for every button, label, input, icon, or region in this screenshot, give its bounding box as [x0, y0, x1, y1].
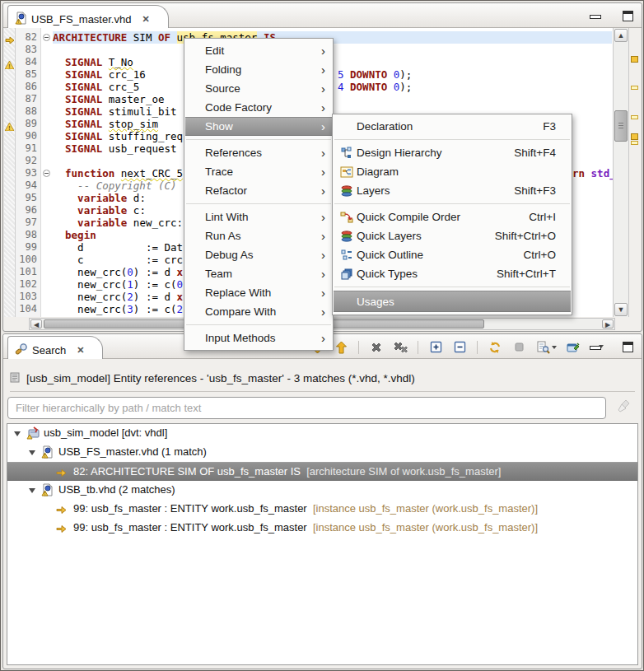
scroll-right-icon[interactable]: ▶ [602, 319, 614, 329]
overview-annotation-mark[interactable] [631, 56, 638, 63]
menu-item-debug-as[interactable]: Debug As› [185, 245, 332, 264]
vertical-scrollbar-thumb[interactable] [614, 110, 628, 142]
menu-item-show[interactable]: Show› [185, 117, 332, 136]
line-number: 84 [26, 56, 37, 68]
search-result-tree[interactable]: usb_sim_model [dvt: vhdl]!USB_FS_master.… [7, 423, 638, 665]
code-line: new_crc(1) := c(0 [53, 278, 183, 291]
remove-all-matches-icon[interactable] [391, 338, 409, 356]
folding-ruler[interactable] [41, 28, 53, 317]
menu-item-code-factory[interactable]: Code Factory› [185, 98, 332, 117]
menu-item-edit[interactable]: Edit› [185, 41, 332, 60]
menu-item-shortcut: Shift+F4 [514, 147, 564, 159]
search-tab[interactable]: Search ✕ [7, 336, 103, 359]
menu-item-quick-layers[interactable]: Quick LayersShift+Ctrl+O [334, 226, 571, 245]
menu-item-label: Input Methods [203, 332, 321, 344]
expander-icon[interactable] [29, 450, 35, 455]
menu-item-replace-with[interactable]: Replace With› [185, 283, 332, 302]
expander-icon[interactable] [14, 431, 21, 436]
fold-marker[interactable] [43, 34, 50, 41]
svg-text:!: ! [8, 63, 10, 69]
menu-item-compare-with[interactable]: Compare With› [185, 302, 332, 321]
close-search-tab-icon[interactable]: ✕ [77, 345, 84, 356]
run-search-again-icon[interactable] [486, 338, 504, 356]
maximize-view-button[interactable] [623, 11, 633, 21]
previous-match-icon[interactable] [332, 338, 350, 356]
menu-item-references[interactable]: References› [185, 143, 332, 162]
tree-node-row[interactable]: !USB_tb.vhd (2 matches) [7, 481, 637, 500]
menu-item-diagram[interactable]: Diagram [334, 162, 571, 181]
menu-item-quick-outline[interactable]: Quick OutlineCtrl+O [334, 245, 571, 264]
menu-item-label: References [203, 147, 321, 159]
scroll-down-icon[interactable]: ▼ [614, 303, 628, 316]
overview-annotation-mark[interactable] [631, 115, 638, 119]
maximize-search-view-button[interactable] [623, 342, 633, 352]
menu-item-lint-with[interactable]: Lint With› [185, 207, 332, 226]
scroll-left-icon[interactable]: ◀ [30, 319, 42, 329]
menu-item-declaration[interactable]: DeclarationF3 [334, 117, 571, 136]
context-menu: Edit›Folding›Source›Code Factory›Show›Re… [184, 38, 334, 351]
menu-item-source[interactable]: Source› [185, 79, 332, 98]
line-number: 86 [26, 81, 37, 93]
menu-item-team[interactable]: Team› [185, 264, 332, 283]
collapse-all-icon[interactable] [450, 338, 469, 356]
vertical-scrollbar[interactable]: ▲ ▼ [613, 28, 629, 317]
svg-text:!: ! [44, 491, 46, 496]
search-match-row[interactable]: 99: usb_fs_master : ENTITY work.usb_fs_m… [7, 519, 637, 538]
overview-ruler[interactable] [629, 28, 641, 317]
filter-input[interactable] [7, 397, 606, 419]
cancel-search-icon[interactable] [510, 338, 528, 356]
minimize-search-view-button[interactable] [590, 346, 601, 350]
menu-item-label: Quick Types [355, 268, 497, 280]
pin-search-view-icon[interactable] [564, 338, 582, 356]
minimize-view-button[interactable] [590, 15, 601, 19]
menu-item-label: Layers [355, 184, 514, 197]
dropdown-chevron-icon[interactable] [552, 346, 557, 349]
scroll-up-icon[interactable]: ▲ [614, 29, 628, 42]
menu-item-label: Usages [355, 296, 564, 308]
submenu-arrow-icon: › [321, 184, 325, 197]
menu-item-quick-types[interactable]: Quick TypesShift+Ctrl+T [334, 264, 571, 283]
warning-icon[interactable]: ! [5, 119, 14, 134]
warning-icon[interactable]: ! [5, 58, 14, 72]
menu-item-usages[interactable]: Usages [334, 291, 571, 312]
menu-item-refactor[interactable]: Refactor› [185, 181, 332, 200]
compile-order-icon [338, 211, 355, 224]
overview-annotation-mark[interactable] [631, 133, 638, 140]
menu-item-label: Trace [203, 165, 321, 178]
diagram-icon [338, 165, 355, 179]
menu-item-folding[interactable]: Folding› [185, 60, 332, 79]
previous-searches-icon[interactable] [534, 338, 558, 356]
line-number: 99 [26, 241, 37, 254]
clear-filter-icon[interactable] [618, 399, 631, 416]
menu-item-label: Design Hierarchy [355, 147, 514, 159]
annotation-ruler[interactable]: !! [4, 28, 16, 317]
menu-item-run-as[interactable]: Run As› [185, 226, 332, 245]
menu-item-trace[interactable]: Trace› [185, 162, 332, 181]
menu-item-label: Edit [203, 44, 321, 57]
tree-node-row[interactable]: usb_sim_model [dvt: vhdl] [7, 424, 637, 443]
menu-item-design-hierarchy[interactable]: Design HierarchyShift+F4 [334, 143, 571, 162]
close-tab-icon[interactable]: ✕ [142, 14, 149, 25]
overview-annotation-mark[interactable] [631, 141, 638, 145]
search-match-row[interactable]: 82: ARCHITECTURE SIM OF usb_fs_master IS… [7, 462, 637, 481]
remove-selected-matches-icon[interactable] [367, 338, 385, 356]
line-number: 88 [26, 105, 37, 118]
expander-icon[interactable] [29, 488, 35, 493]
line-number: 102 [19, 278, 37, 291]
menu-item-quick-compile-order[interactable]: Quick Compile OrderCtrl+I [334, 207, 571, 226]
occurrence-arrow-icon[interactable] [5, 33, 15, 48]
menu-item-layers[interactable]: LayersShift+F3 [334, 181, 571, 200]
fold-marker[interactable] [43, 170, 50, 177]
tree-row-label: USB_FS_master.vhd (1 match) [58, 445, 207, 458]
tree-node-row[interactable]: !USB_FS_master.vhd (1 match) [7, 443, 637, 462]
expand-all-icon[interactable] [427, 338, 445, 356]
menu-item-input-methods[interactable]: Input Methods› [185, 329, 332, 347]
line-number: 101 [19, 266, 37, 278]
tree-row-label: 82: ARCHITECTURE SIM OF usb_fs_master IS… [73, 465, 501, 478]
search-match-row[interactable]: 99: usb_fs_master : ENTITY work.usb_fs_m… [7, 500, 637, 519]
toolbar-separator [477, 341, 478, 354]
overview-annotation-mark[interactable] [631, 86, 638, 90]
ide-window: ! USB_FS_master.vhd ✕ !! 828384858687888… [0, 0, 644, 671]
code-line: SIGNAL stuffing_req [53, 130, 183, 142]
editor-tab[interactable]: ! USB_FS_master.vhd ✕ [7, 5, 169, 28]
